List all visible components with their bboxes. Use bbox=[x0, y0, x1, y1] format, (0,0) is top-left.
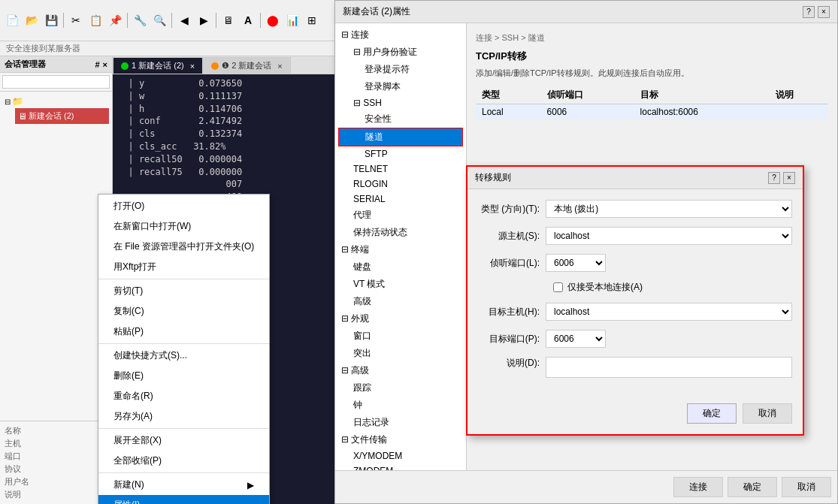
copy-btn[interactable]: 📋 bbox=[86, 11, 104, 29]
tab1-status-icon bbox=[121, 62, 129, 70]
tree-terminal[interactable]: ⊟ 终端 bbox=[338, 241, 463, 258]
tree-telnet[interactable]: TELNET bbox=[338, 161, 463, 177]
cut-btn[interactable]: ✂ bbox=[67, 11, 85, 29]
font-btn[interactable]: A bbox=[239, 11, 257, 29]
connect-button[interactable]: 连接 bbox=[673, 477, 723, 497]
col-target: 目标 bbox=[634, 86, 770, 104]
red-btn[interactable]: ⬤ bbox=[264, 11, 282, 29]
tab-1[interactable]: 1 新建会话 (2) × bbox=[113, 57, 203, 74]
listen-port-select[interactable]: 6006 bbox=[546, 254, 606, 272]
menu-copy[interactable]: 复制(C) bbox=[98, 301, 269, 321]
tree-file-transfer[interactable]: ⊟ 文件传输 bbox=[338, 431, 463, 448]
menu-paste[interactable]: 粘贴(P) bbox=[98, 321, 269, 342]
new-btn[interactable]: 📄 bbox=[3, 11, 21, 29]
menu-open-new-window[interactable]: 在新窗口中打开(W) bbox=[98, 216, 269, 237]
target-port-select[interactable]: 6006 bbox=[546, 330, 606, 348]
tree-logging[interactable]: 日志记录 bbox=[338, 414, 463, 431]
menu-create-shortcut[interactable]: 创建快捷方式(S)... bbox=[98, 346, 269, 366]
pin-icon[interactable]: # bbox=[95, 60, 99, 69]
menu-collapse-all[interactable]: 全部收缩(P) bbox=[98, 451, 269, 471]
menu-delete[interactable]: 删除(E) bbox=[98, 366, 269, 386]
tree-advanced-root[interactable]: ⊟ 高级 bbox=[338, 362, 463, 379]
paste-btn[interactable]: 📌 bbox=[106, 11, 124, 29]
session-search-input[interactable] bbox=[2, 75, 110, 89]
chart-btn[interactable]: 📊 bbox=[283, 11, 301, 29]
grid-btn[interactable]: ⊞ bbox=[303, 11, 321, 29]
tree-vt-mode[interactable]: VT 模式 bbox=[338, 276, 463, 293]
menu-open[interactable]: 打开(O) bbox=[98, 196, 269, 216]
desc-label-field: 说明(D): bbox=[478, 357, 546, 370]
menu-open-explorer-label: 在 File 资源管理器中打开文件夹(O) bbox=[113, 240, 254, 253]
open-btn[interactable]: 📂 bbox=[23, 11, 41, 29]
transfer-ok-button[interactable]: 确定 bbox=[687, 403, 737, 424]
session-item-root[interactable]: ⊟ 📁 bbox=[3, 95, 109, 108]
menu-open-xftp[interactable]: 用Xftp打开 bbox=[98, 257, 269, 277]
tree-bell[interactable]: 钟 bbox=[338, 397, 463, 414]
forward-btn[interactable]: ▶ bbox=[195, 11, 213, 29]
breadcrumb: 连接 > SSH > 隧道 bbox=[476, 32, 828, 44]
tree-proxy[interactable]: 代理 bbox=[338, 207, 463, 224]
tree-appearance[interactable]: ⊟ 外观 bbox=[338, 310, 463, 327]
context-menu: 打开(O) 在新窗口中打开(W) 在 File 资源管理器中打开文件夹(O) 用… bbox=[98, 194, 270, 504]
transfer-title-controls: ? × bbox=[768, 172, 795, 184]
transfer-help-button[interactable]: ? bbox=[768, 172, 780, 184]
tree-login-prompt[interactable]: 登录提示符 bbox=[338, 61, 463, 78]
tree-xymodem[interactable]: X/YMODEM bbox=[338, 448, 463, 463]
menu-save-as[interactable]: 另存为(A) bbox=[98, 406, 269, 427]
tree-window[interactable]: 窗口 bbox=[338, 327, 463, 345]
terminal-btn[interactable]: 🖥 bbox=[219, 11, 237, 29]
menu-new[interactable]: 新建(N) ▶ bbox=[98, 475, 269, 495]
save-btn[interactable]: 💾 bbox=[42, 11, 60, 29]
tree-advanced[interactable]: 高级 bbox=[338, 293, 463, 310]
menu-cut[interactable]: 剪切(T) bbox=[98, 281, 269, 301]
host-label: 主机 bbox=[5, 438, 31, 449]
menu-expand-all[interactable]: 展开全部(X) bbox=[98, 430, 269, 451]
tree-connection[interactable]: ⊟ 连接 bbox=[338, 26, 463, 44]
back-btn[interactable]: ◀ bbox=[175, 11, 193, 29]
tree-serial[interactable]: SERIAL bbox=[338, 192, 463, 207]
help-button[interactable]: ? bbox=[803, 6, 815, 18]
tree-security[interactable]: 安全性 bbox=[338, 110, 463, 128]
session-item-active[interactable]: 🖥 新建会话 (2) bbox=[15, 108, 109, 124]
listen-port-row: 侦听端口(L): 6006 bbox=[478, 254, 792, 272]
tree-login-script[interactable]: 登录脚本 bbox=[338, 78, 463, 95]
source-label: 源主机(S): bbox=[478, 230, 546, 243]
tree-rlogin[interactable]: RLOGIN bbox=[338, 177, 463, 192]
tree-zmodem[interactable]: ZMODEM bbox=[338, 463, 463, 470]
desc-input[interactable] bbox=[546, 357, 792, 378]
ok-button[interactable]: 确定 bbox=[728, 477, 777, 497]
tab1-close-icon[interactable]: × bbox=[190, 62, 195, 71]
tree-sftp[interactable]: SFTP bbox=[338, 146, 463, 161]
tab-2[interactable]: ❶ 2 新建会话 × bbox=[203, 57, 291, 74]
session-label: 新建会话 (2) bbox=[29, 110, 74, 122]
cancel-button[interactable]: 取消 bbox=[782, 477, 831, 497]
settings-btn[interactable]: 🔧 bbox=[131, 11, 149, 29]
menu-cut-label: 剪切(T) bbox=[113, 285, 143, 297]
tree-tunnel[interactable]: 隧道 bbox=[338, 128, 463, 146]
tree-trace[interactable]: 跟踪 bbox=[338, 379, 463, 397]
tree-highlight[interactable]: 突出 bbox=[338, 345, 463, 362]
transfer-cancel-button[interactable]: 取消 bbox=[743, 403, 792, 424]
menu-rename[interactable]: 重命名(R) bbox=[98, 386, 269, 406]
type-select[interactable]: 本地 (拨出) bbox=[546, 200, 792, 218]
table-row-1[interactable]: Local 6006 localhost:6006 bbox=[476, 104, 828, 120]
source-select[interactable]: localhost bbox=[546, 227, 792, 245]
tab2-close-icon[interactable]: × bbox=[277, 62, 282, 71]
tree-user-auth[interactable]: ⊟ 用户身份验证 bbox=[338, 44, 463, 61]
sep-4 bbox=[98, 472, 269, 473]
local-only-checkbox[interactable] bbox=[553, 282, 563, 292]
tree-keyboard[interactable]: 键盘 bbox=[338, 258, 463, 276]
listen-port-control: 6006 bbox=[546, 254, 792, 272]
tree-keepalive[interactable]: 保持活动状态 bbox=[338, 224, 463, 241]
tree-ssh[interactable]: ⊟ SSH bbox=[338, 95, 463, 110]
dialog-footer: 连接 确定 取消 bbox=[335, 470, 837, 503]
close-button[interactable]: × bbox=[818, 6, 830, 18]
menu-shortcut-label: 创建快捷方式(S)... bbox=[113, 349, 187, 362]
close-icon[interactable]: × bbox=[103, 60, 107, 69]
transfer-close-button[interactable]: × bbox=[783, 172, 795, 184]
menu-open-explorer[interactable]: 在 File 资源管理器中打开文件夹(O) bbox=[98, 237, 269, 257]
target-host-select[interactable]: localhost bbox=[546, 303, 792, 321]
menu-properties[interactable]: 属性(I) bbox=[98, 495, 269, 504]
search-btn[interactable]: 🔍 bbox=[150, 11, 168, 29]
tree-connection-toggle: ⊟ bbox=[341, 29, 351, 40]
